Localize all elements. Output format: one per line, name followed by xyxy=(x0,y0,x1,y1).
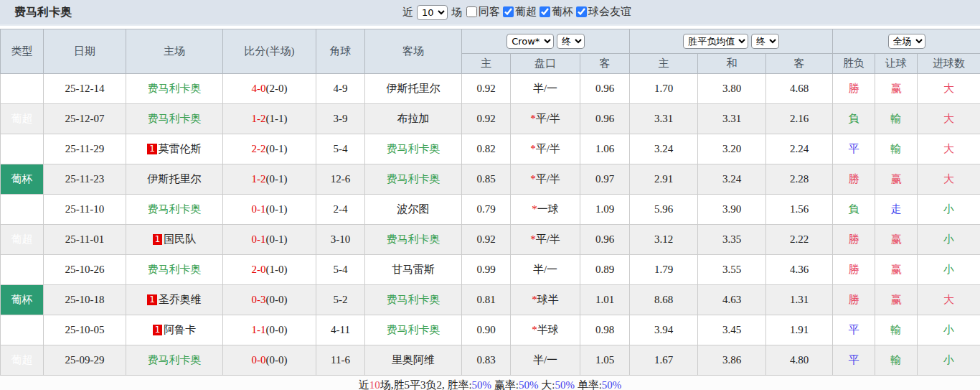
result-group-header: 全场 xyxy=(833,29,980,54)
result-handicap-cell: 輸 xyxy=(875,345,918,376)
result-goals-cell: 小 xyxy=(918,195,980,225)
handicap-star: * xyxy=(530,233,536,245)
away-odds-cell: 0.96 xyxy=(580,74,630,104)
result-goals-cell: 小 xyxy=(918,255,980,285)
away-odds-cell: 1.06 xyxy=(580,134,630,164)
filter-controls: 近 10 场 同客葡超葡杯球会友谊 xyxy=(402,5,631,20)
result-wdl-cell: 平 xyxy=(833,134,875,164)
team-name: 波尔图 xyxy=(397,203,430,215)
half-score: (0-1) xyxy=(266,143,288,154)
league-type-cell: 葡杯 xyxy=(1,164,44,195)
avg-draw-cell: 3.35 xyxy=(698,225,766,255)
avg-time-select[interactable]: 终 xyxy=(751,34,779,49)
home-team-cell[interactable]: 伊斯托里尔 xyxy=(126,164,223,195)
home-team-cell[interactable]: 1国民队 xyxy=(126,225,223,255)
home-team-cell[interactable]: 1阿鲁卡 xyxy=(126,315,223,345)
avg-draw-cell: 3.24 xyxy=(698,164,766,195)
handicap-cell: 半/一 xyxy=(511,74,580,104)
handicap-text: 半球 xyxy=(537,324,559,335)
handicap-star: * xyxy=(530,143,536,154)
half-score: (0-1) xyxy=(266,233,288,245)
odds-company-select[interactable]: Crow* xyxy=(507,34,554,49)
recent-count-select[interactable]: 10 xyxy=(417,5,448,20)
home-team-cell[interactable]: 费马利卡奥 xyxy=(126,104,223,134)
filter-葡超[interactable]: 葡超 xyxy=(503,5,537,19)
home-team-cell[interactable]: 1莫雷伦斯 xyxy=(126,134,223,164)
away-team-cell[interactable]: 甘马雷斯 xyxy=(365,255,462,285)
average-group-header: 胜平负均值 终 xyxy=(630,29,833,54)
handicap-cell: *球半 xyxy=(511,285,580,315)
home-team-cell[interactable]: 费马利卡奥 xyxy=(126,345,223,376)
home-team-cell[interactable]: 费马利卡奥 xyxy=(126,255,223,285)
result-wdl-cell: 勝 xyxy=(833,74,875,104)
corners-cell: 4-9 xyxy=(316,74,365,104)
handicap-cell: *平/半 xyxy=(511,164,580,195)
filter-球会友谊[interactable]: 球会友谊 xyxy=(576,5,631,19)
handicap-text: 球半 xyxy=(537,294,559,305)
away-team-cell[interactable]: 伊斯托里尔 xyxy=(365,74,462,104)
league-type-cell: 葡超 xyxy=(1,255,44,285)
avg-type-select[interactable]: 胜平负均值 xyxy=(683,34,748,49)
away-team-cell[interactable]: 费马利卡奥 xyxy=(365,285,462,315)
summary-part: 50% xyxy=(555,379,575,390)
table-row: 葡超25-09-29费马利卡奥0-0(0-0)11-6里奥阿维0.83半/一1.… xyxy=(1,345,980,376)
away-team-cell[interactable]: 布拉加 xyxy=(365,104,462,134)
home-team-cell[interactable]: 费马利卡奥 xyxy=(126,74,223,104)
avg-draw-cell: 3.55 xyxy=(698,255,766,285)
handicap-star: * xyxy=(530,113,536,124)
home-team-cell[interactable]: 费马利卡奥 xyxy=(126,195,223,225)
summary-part: 单率: xyxy=(575,379,602,390)
handicap-cell: *一球 xyxy=(511,195,580,225)
handicap-cell: *平/半 xyxy=(511,134,580,164)
team-name: 圣乔奥维 xyxy=(159,294,202,305)
odds-time-select[interactable]: 终 xyxy=(557,34,585,49)
away-team-cell[interactable]: 费马利卡奥 xyxy=(365,164,462,195)
summary-part: 10 xyxy=(369,379,380,390)
away-team-cell[interactable]: 费马利卡奥 xyxy=(365,134,462,164)
away-team-cell[interactable]: 里奥阿维 xyxy=(365,345,462,376)
corners-cell: 5-4 xyxy=(316,255,365,285)
away-odds-cell: 1.01 xyxy=(580,285,630,315)
filter-同客[interactable]: 同客 xyxy=(466,5,500,19)
date-cell: 25-10-05 xyxy=(44,315,126,345)
team-name: 布拉加 xyxy=(397,113,430,124)
score-cell: 1-2(1-1) xyxy=(223,104,316,134)
result-goals-cell: 大 xyxy=(918,164,980,195)
result-goals-cell: 大 xyxy=(918,104,980,134)
home-odds-cell: 0.90 xyxy=(462,315,511,345)
team-name: 费马利卡奥 xyxy=(387,324,440,335)
filter-葡杯[interactable]: 葡杯 xyxy=(540,5,573,19)
filter-checkbox[interactable] xyxy=(540,6,550,17)
avg-home-cell: 1.67 xyxy=(630,345,698,376)
result-wdl-cell: 勝 xyxy=(833,255,875,285)
filter-checkbox[interactable] xyxy=(503,6,514,17)
result-handicap-cell: 赢 xyxy=(875,255,918,285)
home-odds-cell: 0.92 xyxy=(462,104,511,134)
score-cell: 2-0(1-0) xyxy=(223,255,316,285)
col-header-home: 主场 xyxy=(126,29,223,74)
avg-home-cell: 3.94 xyxy=(630,315,698,345)
score-cell: 0-1(0-1) xyxy=(223,225,316,255)
col-header-result-goals: 进球数 xyxy=(918,54,980,74)
handicap-text: 平/半 xyxy=(536,173,560,185)
avg-away-cell: 1.56 xyxy=(766,195,833,225)
team-name: 伊斯托里尔 xyxy=(387,83,440,94)
avg-home-cell: 3.31 xyxy=(630,104,698,134)
filter-checkbox[interactable] xyxy=(576,6,587,17)
home-team-cell[interactable]: 1圣乔奥维 xyxy=(126,285,223,315)
handicap-cell: 半/一 xyxy=(511,255,580,285)
result-scope-select[interactable]: 全场 xyxy=(888,34,925,49)
home-odds-cell: 0.81 xyxy=(462,285,511,315)
home-odds-cell: 0.83 xyxy=(462,345,511,376)
away-team-cell[interactable]: 费马利卡奥 xyxy=(365,225,462,255)
league-type-cell: 葡杯 xyxy=(1,285,44,315)
league-type-cell: 葡超 xyxy=(1,104,44,134)
full-score: 1-2 xyxy=(252,173,266,185)
match-table-body: 葡超25-12-14费马利卡奥4-0(2-0)4-9伊斯托里尔0.92半/一0.… xyxy=(1,74,980,376)
away-team-cell[interactable]: 费马利卡奥 xyxy=(365,315,462,345)
filter-checkbox[interactable] xyxy=(466,6,477,17)
full-score: 0-1 xyxy=(252,203,266,215)
col-header-avg-away: 客 xyxy=(766,54,833,74)
away-team-cell[interactable]: 波尔图 xyxy=(365,195,462,225)
handicap-star: * xyxy=(532,294,537,305)
